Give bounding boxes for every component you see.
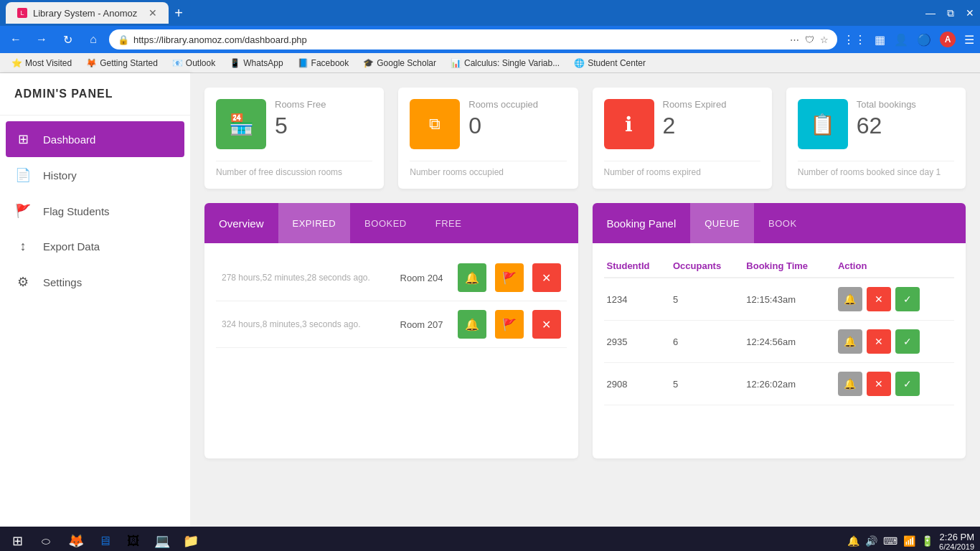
bookmark-calculus[interactable]: 📊 Calculus: Single Variab... bbox=[445, 57, 565, 70]
back-button[interactable]: ← bbox=[6, 29, 26, 50]
close-button[interactable]: ✕ bbox=[966, 7, 974, 19]
sync-icon[interactable]: 🔵 bbox=[917, 33, 931, 47]
whatsapp-icon: 📱 bbox=[230, 58, 240, 68]
stats-grid: 🏪 Rooms Free 5 Number of free discussion… bbox=[204, 88, 966, 189]
flag-button-1[interactable]: 🚩 bbox=[495, 263, 524, 292]
reload-button[interactable]: ↻ bbox=[57, 29, 77, 50]
sidebar-item-flag-students[interactable]: 🚩 Flag Students bbox=[0, 193, 190, 229]
overview-panel-header: Overview EXPIRED BOOKED FREE bbox=[204, 203, 578, 243]
account-icon[interactable]: 👤 bbox=[894, 33, 908, 47]
rooms-expired-desc: Number of rooms expired bbox=[604, 161, 760, 177]
confirm-action-btn[interactable]: ✓ bbox=[895, 329, 920, 354]
tab-favicon: L bbox=[17, 8, 27, 18]
bookmark-facebook[interactable]: 📘 Facebook bbox=[292, 57, 355, 70]
delete-action-btn[interactable]: ✕ bbox=[867, 329, 891, 354]
rooms-free-label: Rooms Free bbox=[275, 99, 372, 110]
taskbar: ⊞ ⬭ 🦊 🖥 🖼 💻 📁 🔔 🔊 ⌨ 📶 🔋 2:26 PM 6/24/201… bbox=[0, 527, 980, 551]
sidebar-toggle[interactable]: ▦ bbox=[875, 33, 885, 47]
notify-action-btn[interactable]: 🔔 bbox=[838, 372, 862, 396]
occupants-cell: 5 bbox=[670, 278, 743, 321]
notify-action-btn[interactable]: 🔔 bbox=[838, 287, 862, 311]
rooms-free-desc: Number of free discussion rooms bbox=[216, 161, 372, 177]
overview-panel: Overview EXPIRED BOOKED FREE 278 hours,5… bbox=[204, 203, 578, 458]
sidebar-item-label: Settings bbox=[43, 276, 82, 288]
col-booking-time: Booking Time bbox=[743, 255, 835, 278]
col-action: Action bbox=[835, 255, 954, 278]
bookmark-getting-started[interactable]: 🦊 Getting Started bbox=[80, 57, 164, 70]
table-row: 1234 5 12:15:43am 🔔 ✕ ✓ bbox=[604, 278, 955, 321]
sidebar-item-history[interactable]: 📄 History bbox=[0, 157, 190, 193]
overview-tab-expired[interactable]: EXPIRED bbox=[278, 203, 351, 243]
taskbar-icon-1[interactable]: 🦊 bbox=[63, 528, 89, 551]
table-row: 278 hours,52 minutes,28 seconds ago. Roo… bbox=[216, 255, 567, 301]
overview-panel-body: 278 hours,52 minutes,28 seconds ago. Roo… bbox=[204, 243, 578, 458]
taskbar-right: 🔔 🔊 ⌨ 📶 🔋 2:26 PM 6/24/2019 bbox=[847, 532, 974, 551]
most-visited-icon: ⭐ bbox=[11, 58, 22, 68]
booking-actions: 🔔 ✕ ✓ bbox=[838, 329, 951, 354]
volume-icon[interactable]: 🔊 bbox=[865, 535, 877, 547]
notify-button-2[interactable]: 🔔 bbox=[458, 310, 486, 339]
delete-action-btn[interactable]: ✕ bbox=[867, 287, 891, 311]
forward-button[interactable]: → bbox=[32, 29, 52, 50]
rooms-occupied-info: Rooms occupied 0 bbox=[468, 99, 566, 139]
bookmark-label: Calculus: Single Variab... bbox=[464, 58, 560, 68]
overview-tab-free[interactable]: FREE bbox=[421, 203, 476, 243]
flag-button-2[interactable]: 🚩 bbox=[495, 310, 524, 339]
confirm-action-btn[interactable]: ✓ bbox=[895, 287, 920, 311]
sidebar-nav: ⊞ Dashboard 📄 History 🚩 Flag Students ↕ … bbox=[0, 116, 190, 300]
clock: 2:26 PM 6/24/2019 bbox=[939, 532, 974, 551]
url-input[interactable]: 🔒 https://library.anomoz.com/dashboard.p… bbox=[109, 29, 837, 50]
minimize-button[interactable]: — bbox=[925, 7, 936, 19]
overview-panel-title: Overview bbox=[204, 217, 278, 230]
main-content: 🏪 Rooms Free 5 Number of free discussion… bbox=[190, 73, 980, 527]
action-cell: 🔔 ✕ ✓ bbox=[835, 321, 954, 363]
notification-icon[interactable]: 🔔 bbox=[847, 535, 859, 547]
profile-badge[interactable]: A bbox=[940, 32, 956, 47]
restore-button[interactable]: ⧉ bbox=[947, 7, 954, 19]
stat-card-rooms-occupied: ⧉ Rooms occupied 0 Number rooms occupied bbox=[398, 88, 578, 189]
tab-title: Library System - Anomoz bbox=[33, 8, 137, 19]
sidebar-item-settings[interactable]: ⚙ Settings bbox=[0, 264, 190, 300]
overview-time: 278 hours,52 minutes,28 seconds ago. bbox=[222, 273, 392, 283]
keyboard-icon[interactable]: ⌨ bbox=[883, 535, 897, 547]
delete-button-2[interactable]: ✕ bbox=[532, 310, 561, 339]
home-button[interactable]: ⌂ bbox=[83, 29, 103, 50]
menu-button[interactable]: ☰ bbox=[964, 33, 974, 47]
tab-close-button[interactable]: ✕ bbox=[149, 7, 157, 19]
new-tab-button[interactable]: + bbox=[174, 5, 183, 22]
taskbar-icon-2[interactable]: 🖥 bbox=[92, 528, 118, 551]
booking-actions: 🔔 ✕ ✓ bbox=[838, 287, 951, 311]
active-tab[interactable]: L Library System - Anomoz ✕ bbox=[6, 2, 169, 24]
search-button[interactable]: ⬭ bbox=[32, 529, 60, 551]
taskbar-icon-3[interactable]: 🖼 bbox=[121, 528, 146, 551]
bookmark-label: Getting Started bbox=[100, 58, 158, 68]
start-button[interactable]: ⊞ bbox=[6, 529, 29, 551]
url-actions: ⋯ 🛡 ☆ bbox=[790, 34, 829, 45]
confirm-action-btn[interactable]: ✓ bbox=[895, 372, 920, 396]
taskbar-icon-5[interactable]: 📁 bbox=[178, 528, 204, 551]
battery-icon[interactable]: 🔋 bbox=[921, 535, 933, 547]
overview-tab-booked[interactable]: BOOKED bbox=[350, 203, 421, 243]
occupants-cell: 5 bbox=[670, 363, 743, 405]
booking-panel-tabs: QUEUE BOOK bbox=[690, 203, 811, 243]
overview-time: 324 hours,8 minutes,3 seconds ago. bbox=[222, 319, 392, 329]
sidebar-item-export-data[interactable]: ↕ Export Data bbox=[0, 229, 190, 264]
delete-action-btn[interactable]: ✕ bbox=[867, 372, 891, 396]
delete-button-1[interactable]: ✕ bbox=[532, 263, 561, 292]
booking-tab-book[interactable]: BOOK bbox=[754, 203, 811, 243]
outlook-icon: 📧 bbox=[172, 58, 183, 68]
sidebar-item-dashboard[interactable]: ⊞ Dashboard bbox=[6, 121, 184, 157]
bookmark-outlook[interactable]: 📧 Outlook bbox=[166, 57, 221, 70]
bookmark-whatsapp[interactable]: 📱 WhatsApp bbox=[224, 57, 288, 70]
occupants-cell: 6 bbox=[670, 321, 743, 363]
bookmark-student-center[interactable]: 🌐 Student Center bbox=[568, 57, 651, 70]
extensions-icon[interactable]: ⋮⋮ bbox=[843, 33, 866, 47]
bookmark-google-scholar[interactable]: 🎓 Google Scholar bbox=[357, 57, 442, 70]
notify-action-btn[interactable]: 🔔 bbox=[838, 329, 862, 354]
bookmark-most-visited[interactable]: ⭐ Most Visited bbox=[6, 57, 77, 70]
booking-tab-queue[interactable]: QUEUE bbox=[690, 203, 754, 243]
address-bar: ← → ↻ ⌂ 🔒 https://library.anomoz.com/das… bbox=[0, 26, 980, 53]
taskbar-icon-4[interactable]: 💻 bbox=[149, 528, 175, 551]
network-icon[interactable]: 📶 bbox=[903, 535, 915, 547]
notify-button-1[interactable]: 🔔 bbox=[458, 263, 486, 292]
